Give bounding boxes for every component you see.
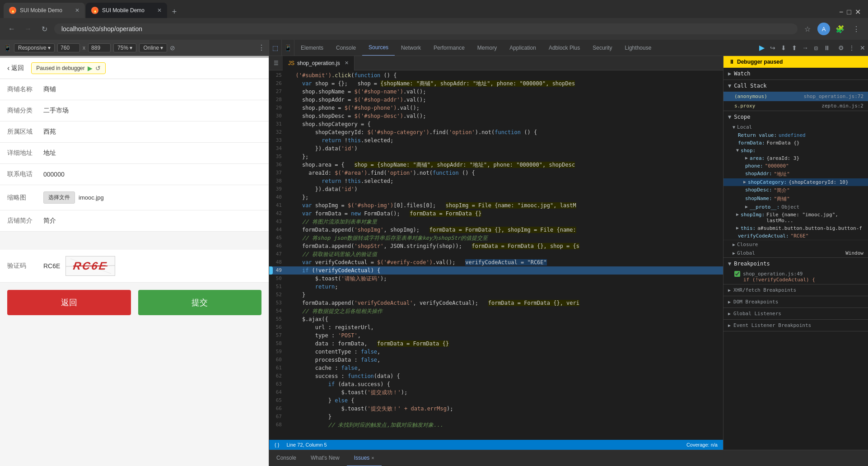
- badge-play-icon[interactable]: ▶: [88, 65, 93, 72]
- back-button[interactable]: ‹ 返回: [7, 64, 24, 72]
- line-num: 34: [269, 144, 285, 153]
- tab-performance[interactable]: Performance: [427, 40, 471, 56]
- reload-button[interactable]: ↻: [38, 23, 51, 35]
- browser-tab-1[interactable]: 🔥 SUI Mobile Demo ✕: [4, 3, 85, 18]
- file-tab-active[interactable]: JS shop_operation.js ✕: [283, 56, 355, 70]
- back-nav-button[interactable]: ←: [5, 23, 18, 35]
- height-input[interactable]: 889: [88, 43, 111, 52]
- device-mode-icon[interactable]: 📱: [282, 40, 294, 56]
- code-status-bar: { } Line 72, Column 5 Coverage: n/a: [269, 440, 723, 450]
- more-options-icon[interactable]: ⋮: [258, 43, 265, 52]
- close-button[interactable]: ✕: [855, 8, 861, 16]
- tab-console[interactable]: Console: [330, 40, 362, 56]
- tab-sources[interactable]: Sources: [362, 40, 395, 56]
- file-tab-close-icon[interactable]: ✕: [345, 60, 349, 66]
- menu-icon[interactable]: ⋮: [850, 23, 863, 35]
- global-listeners-header[interactable]: ▶ Global Listeners: [723, 308, 868, 319]
- dom-header[interactable]: ▶ DOM Breakpoints: [723, 296, 868, 308]
- sidebar-toggle-icon[interactable]: ☰: [269, 56, 283, 70]
- tab-adblock[interactable]: Adblock Plus: [542, 40, 586, 56]
- settings-icon[interactable]: ⚙: [835, 42, 846, 53]
- event-listeners-header[interactable]: ▶ Event Listener Breakpoints: [723, 320, 868, 331]
- call-stack-header[interactable]: ▼ Call Stack: [723, 80, 868, 92]
- scope-header[interactable]: ▼ Scope: [723, 111, 868, 123]
- browser-tab-2[interactable]: 🔥 SUI Mobile Demo ✕: [86, 3, 167, 18]
- mobile-preview-panel: 📱 Responsive ▾ 760 x 889 75% ▾ Online ▾ …: [0, 40, 269, 466]
- call-stack-item-anonymous[interactable]: (anonymous) shop_operation.js:72: [723, 92, 868, 101]
- bottom-tab-whats-new[interactable]: What's New: [303, 450, 347, 466]
- code-line: 65 } else {: [269, 396, 723, 405]
- issues-close-icon[interactable]: ×: [371, 455, 374, 461]
- watch-arrow-icon: ▶: [728, 70, 731, 77]
- close-devtools-icon[interactable]: ✕: [857, 42, 868, 53]
- minimize-button[interactable]: −: [839, 8, 843, 16]
- profile-icon[interactable]: A: [817, 23, 830, 35]
- global-header[interactable]: ▶ Global Window: [723, 249, 868, 257]
- scope-shopimg[interactable]: ▶ shopImg: File {name: "imooc.jpg", last…: [723, 211, 868, 224]
- tab-close-1[interactable]: ✕: [75, 7, 79, 14]
- line-content: cache : false,: [285, 364, 361, 372]
- line-content: formData.append('verifyCodeActual', veri…: [285, 299, 579, 307]
- scope-proto[interactable]: ▶ __proto__: Object: [723, 203, 868, 211]
- call-stack-item-sproxy[interactable]: s.proxy zepto.min.js:2: [723, 101, 868, 111]
- breakpoint-indicator: [269, 266, 273, 275]
- width-input[interactable]: 760: [57, 43, 80, 52]
- scope-shopcategory[interactable]: ▶ shopCategory: {shopCategoryId: 10}: [723, 178, 868, 186]
- tab-close-2[interactable]: ✕: [157, 7, 162, 14]
- choose-file-button[interactable]: 选择文件: [43, 191, 75, 204]
- step-into-button[interactable]: ⬇: [779, 43, 789, 53]
- console-icon[interactable]: { }: [275, 442, 279, 447]
- submit-button[interactable]: 提交: [138, 290, 262, 315]
- responsive-selector[interactable]: Responsive ▾: [14, 43, 55, 52]
- badge-refresh-icon[interactable]: ↺: [95, 65, 101, 72]
- step-over-button[interactable]: ↪: [768, 43, 778, 53]
- tab-memory[interactable]: Memory: [471, 40, 503, 56]
- tab-elements[interactable]: Elements: [294, 40, 330, 56]
- breakpoint-item-1[interactable]: shop_operation.js:49 if (!verifyCodeActu…: [723, 270, 868, 284]
- bookmark-icon[interactable]: ☆: [801, 23, 814, 35]
- bottom-tab-console[interactable]: Console: [269, 450, 303, 466]
- pause-exceptions-button[interactable]: ⏸: [822, 43, 832, 53]
- line-num: 57: [269, 331, 285, 340]
- maximize-button[interactable]: □: [847, 8, 851, 16]
- tab-network[interactable]: Network: [395, 40, 427, 56]
- scope-shop-header[interactable]: ▼ shop:: [723, 147, 868, 154]
- code-area[interactable]: 25 ('#submit').click(function () { 26 va…: [269, 70, 723, 440]
- scope-this[interactable]: ▶ this: a#submit.button.button-big.butto…: [723, 224, 868, 232]
- tab-security[interactable]: Security: [586, 40, 618, 56]
- bottom-tab-issues[interactable]: Issues ×: [347, 450, 382, 466]
- line-num: 39: [269, 185, 285, 193]
- closure-header[interactable]: ▶ Closure: [723, 240, 868, 249]
- code-line-highlighted: 49 if (!verifyCodeActual) {: [269, 266, 723, 275]
- line-num: 41: [269, 201, 285, 210]
- step-out-button[interactable]: ⬆: [789, 43, 799, 53]
- tab-application[interactable]: Application: [503, 40, 542, 56]
- resume-button[interactable]: ▶: [757, 43, 767, 53]
- new-tab-button[interactable]: +: [168, 5, 181, 18]
- scope-local-header[interactable]: ▼ Local: [723, 123, 868, 131]
- file-tab-name: shop_operation.js: [297, 60, 340, 66]
- captcha-image[interactable]: RC6E: [65, 256, 115, 276]
- more-devtools-icon[interactable]: ⋮: [846, 42, 857, 53]
- pause-icon: ⏸: [729, 59, 734, 65]
- watch-header[interactable]: ▶ Watch: [723, 68, 868, 79]
- xhr-header[interactable]: ▶ XHR/fetch Breakpoints: [723, 284, 868, 296]
- address-input-container: [54, 23, 798, 34]
- extensions-icon[interactable]: 🧩: [834, 23, 846, 35]
- breakpoints-header[interactable]: ▼ Breakpoints: [723, 258, 868, 270]
- no-throttle-icon[interactable]: ⊘: [170, 44, 175, 51]
- device-toolbar-icon[interactable]: 📱: [4, 44, 11, 51]
- zoom-selector[interactable]: 75% ▾: [113, 43, 136, 52]
- network-selector[interactable]: Online ▾: [139, 43, 167, 52]
- breakpoint-checkbox-1[interactable]: [734, 271, 740, 277]
- line-num: 35: [269, 153, 285, 161]
- inspect-icon[interactable]: ⬚: [269, 40, 282, 56]
- scope-area[interactable]: ▶ area: {areaId: 3}: [723, 154, 868, 162]
- address-input[interactable]: [61, 25, 790, 33]
- step-button[interactable]: →: [800, 43, 810, 53]
- deactivate-breakpoints-button[interactable]: ⦻: [811, 43, 821, 53]
- line-content: shop.shopCategory = {: [285, 120, 371, 128]
- tab-lighthouse[interactable]: Lighthouse: [619, 40, 658, 56]
- forward-nav-button[interactable]: →: [22, 23, 34, 35]
- return-button[interactable]: 返回: [7, 290, 131, 315]
